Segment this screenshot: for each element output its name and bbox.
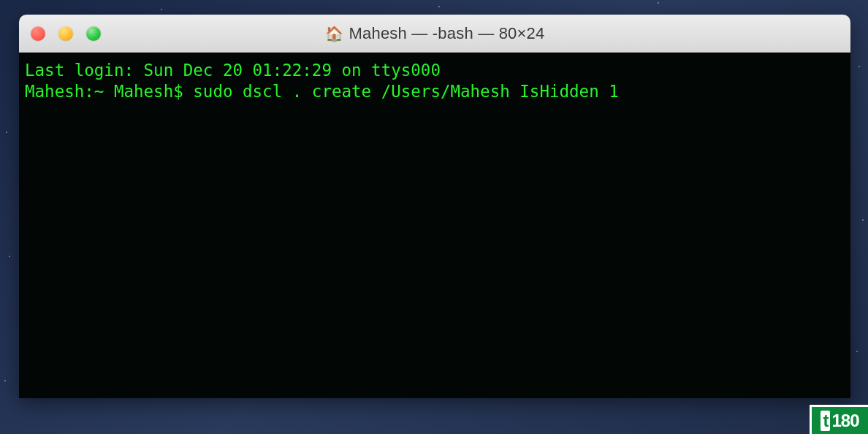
terminal-line: Mahesh:~ Mahesh$ sudo dscl . create /Use… bbox=[25, 82, 619, 101]
maximize-button[interactable] bbox=[86, 26, 101, 41]
watermark-rest: 180 bbox=[831, 411, 859, 431]
watermark-prefix: t bbox=[821, 411, 830, 431]
terminal-line: Last login: Sun Dec 20 01:22:29 on ttys0… bbox=[25, 61, 441, 80]
titlebar[interactable]: 🏠 Mahesh — -bash — 80×24 bbox=[19, 15, 850, 53]
minimize-button[interactable] bbox=[58, 26, 73, 41]
window-title-wrap: 🏠 Mahesh — -bash — 80×24 bbox=[19, 24, 850, 43]
traffic-lights bbox=[31, 26, 101, 41]
watermark-badge: t180 bbox=[810, 405, 868, 434]
window-title: Mahesh — -bash — 80×24 bbox=[349, 24, 545, 43]
home-icon: 🏠 bbox=[325, 26, 343, 41]
terminal-window: 🏠 Mahesh — -bash — 80×24 Last login: Sun… bbox=[19, 15, 850, 398]
terminal-body[interactable]: Last login: Sun Dec 20 01:22:29 on ttys0… bbox=[19, 53, 850, 398]
close-button[interactable] bbox=[31, 26, 45, 41]
